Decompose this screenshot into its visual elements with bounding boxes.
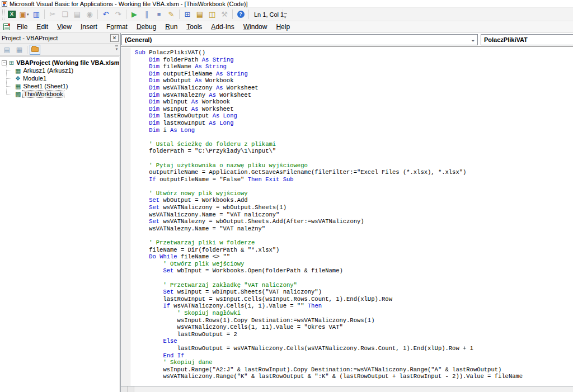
margin-indicator-bar[interactable] xyxy=(121,48,130,386)
paste-glyph: ▤ xyxy=(74,11,81,18)
properties-window-icon[interactable]: ▤ xyxy=(194,9,206,20)
full-module-view-button[interactable] xyxy=(128,386,134,392)
view-object-icon: ▦ xyxy=(16,46,22,54)
code-window-header: (General) ⌄ PolaczPlikiVAT xyxy=(121,33,573,47)
cursor-position-text: Ln 1, Col 1 xyxy=(254,11,284,18)
help-icon[interactable]: ? xyxy=(234,9,247,20)
toolbar-separator xyxy=(232,10,233,19)
code-editor[interactable]: Sub PolaczPlikiVAT() Dim folderPath As S… xyxy=(121,48,573,386)
tree-item-module1[interactable]: ❖Module1 xyxy=(0,74,119,82)
view-code-button[interactable]: ▤ xyxy=(2,45,12,55)
toolbar-group: ↶↷ xyxy=(100,9,124,20)
run-icon[interactable]: ▶ xyxy=(128,9,140,20)
project-panel-title: Project - VBAProject xyxy=(2,35,110,41)
menu-run[interactable]: Run xyxy=(161,22,182,32)
toolbox-icon[interactable]: ⚒ xyxy=(218,9,231,20)
reset-icon[interactable]: ■ xyxy=(153,9,165,20)
procedure-dropdown[interactable]: PolaczPlikiVAT xyxy=(481,34,573,45)
tree-root-label: VBAProject (Working file VBA.xlsm) xyxy=(16,59,119,66)
insert-userform-glyph: ▣ xyxy=(20,11,26,18)
design-mode-icon[interactable]: ✎ xyxy=(165,9,177,20)
object-browser-icon[interactable]: ◫ xyxy=(206,9,218,20)
toggle-folders-button[interactable] xyxy=(30,45,40,55)
tree-item-vbaproject[interactable]: − ⊞ VBAProject (Working file VBA.xlsm) xyxy=(0,59,119,67)
run-glyph: ▶ xyxy=(131,11,137,18)
tree-item-sheet1[interactable]: ▦Sheet1 (Sheet1) xyxy=(0,82,119,90)
code-line: lastRowInput = wsInput.Cells(wsInput.Row… xyxy=(135,296,573,303)
window-titlebar: Microsoft Visual Basic for Applications … xyxy=(0,0,573,8)
cut-glyph: ✂ xyxy=(50,11,56,18)
code-text[interactable]: Sub PolaczPlikiVAT() Dim folderPath As S… xyxy=(131,48,573,386)
tree-item-label: ThisWorkbook xyxy=(23,91,63,97)
tree-item-thisworkbook[interactable]: ▩ThisWorkbook xyxy=(0,90,119,98)
object-dropdown[interactable]: (General) ⌄ xyxy=(121,34,478,45)
insert-userform-icon[interactable]: ▣▾ xyxy=(18,9,30,20)
view-code-icon: ▤ xyxy=(4,46,10,54)
project-tree: − ⊞ VBAProject (Working file VBA.xlsm) ▦… xyxy=(0,56,119,392)
menu-view[interactable]: View xyxy=(53,22,76,32)
toolbar-group: X▣▾▥ xyxy=(6,9,43,20)
menu-tools[interactable]: Tools xyxy=(182,22,206,32)
procedure-view-button[interactable] xyxy=(121,386,128,392)
menu-edit[interactable]: Edit xyxy=(32,22,53,32)
toolbar-separator xyxy=(97,10,98,19)
find-icon[interactable]: ◉ xyxy=(83,9,96,20)
tree-item-arkusz1[interactable]: ▦Arkusz1 (Arkusz1) xyxy=(0,67,119,74)
tree-item-label: Module1 xyxy=(23,75,46,82)
paste-icon[interactable]: ▤ xyxy=(71,9,83,20)
code-line: Dim fileName As String xyxy=(135,63,573,70)
code-line: Dim outputFileName As String xyxy=(135,70,573,78)
excel-icon: X xyxy=(8,11,16,18)
save-glyph: ▥ xyxy=(33,11,40,18)
code-line: Set wbInput = Workbooks.Open(folderPath … xyxy=(135,267,573,275)
toolbar-group: ▶∥■✎ xyxy=(128,9,177,20)
menu-addins[interactable]: Add-Ins xyxy=(206,22,238,32)
toolbar-overflow-handle[interactable]: ▾ xyxy=(283,10,287,20)
menu-debug[interactable]: Debug xyxy=(132,22,161,32)
code-line: Else xyxy=(135,338,573,345)
code-line xyxy=(135,275,573,282)
undo-icon[interactable]: ↶ xyxy=(100,9,112,20)
collapse-icon[interactable]: − xyxy=(2,60,7,65)
code-line: ' Przetwarzaj zakładkę "VAT naliczony" xyxy=(135,282,573,289)
code-line xyxy=(135,183,573,190)
main-area: Project - VBAProject ✕ ▤▦ ▾ − ⊞ VBAProje… xyxy=(0,33,573,392)
chevron-down-icon: ⌄ xyxy=(471,37,475,42)
code-line: Set wsVATNalezny = wbOutput.Sheets.Add(A… xyxy=(135,218,573,225)
break-icon[interactable]: ∥ xyxy=(140,9,153,20)
code-line: Do While fileName <> "" xyxy=(135,253,573,261)
save-icon[interactable]: ▥ xyxy=(30,9,43,20)
code-line: wsInput.Range("A2:J" & lastRowInput).Cop… xyxy=(135,366,573,374)
standard-toolbar: X▣▾▥✂❏▤◉↶↷▶∥■✎⊞▤◫⚒? Ln 1, Col 1 ▾ xyxy=(0,8,573,21)
menu-insert[interactable]: Insert xyxy=(76,22,102,32)
menu-window[interactable]: Window xyxy=(239,22,272,32)
code-line: ' Utwórz nowy plik wyjściowy xyxy=(135,190,573,197)
undo-glyph: ↶ xyxy=(103,11,109,18)
code-line xyxy=(135,134,573,141)
toolbar-separator xyxy=(248,10,249,19)
toolbar-drag-handle[interactable] xyxy=(2,10,4,20)
menu-file[interactable]: File xyxy=(12,22,32,32)
toolbar-separator xyxy=(179,10,180,19)
code-line: ' Przetwarzaj pliki w folderze xyxy=(135,239,573,247)
code-line: Sub PolaczPlikiVAT() xyxy=(135,49,573,56)
project-explorer-icon[interactable]: ⊞ xyxy=(181,9,194,20)
code-line: wsVATNalezny.Name = "VAT należny" xyxy=(135,225,573,233)
redo-icon[interactable]: ↷ xyxy=(112,9,124,20)
horizontal-scrollbar[interactable] xyxy=(134,386,573,392)
menu-format[interactable]: Format xyxy=(102,22,132,32)
code-line: ' Ustal ścieżkę do folderu z plikami xyxy=(135,141,573,148)
cut-icon[interactable]: ✂ xyxy=(46,9,59,20)
close-icon[interactable]: ✕ xyxy=(110,34,119,42)
workbook-icon: ▩ xyxy=(15,91,21,97)
menu-help[interactable]: Help xyxy=(271,22,294,32)
copy-icon[interactable]: ❏ xyxy=(59,9,71,20)
menu-bar: FileEditViewInsertFormatDebugRunToolsAdd… xyxy=(0,21,573,33)
project-toolbar-overflow-handle[interactable]: ▾ xyxy=(115,45,119,51)
view-object-button[interactable]: ▦ xyxy=(14,45,25,55)
dropdown-caret-icon: ▾ xyxy=(27,12,29,16)
code-window-bottom-bar xyxy=(121,386,573,392)
code-line: Dim wbInput As Workbook xyxy=(135,98,573,106)
view-excel-icon[interactable]: X xyxy=(6,9,18,20)
code-line: Set wsVATNaliczony = wbOutput.Sheets(1) xyxy=(135,204,573,211)
